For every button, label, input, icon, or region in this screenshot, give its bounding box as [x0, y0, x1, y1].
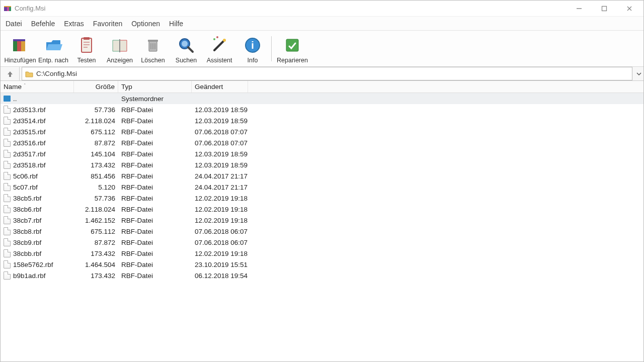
file-name: 2d3514.rbf	[13, 117, 46, 125]
file-name: 38cb8.rbf	[13, 228, 41, 235]
up-button[interactable]	[1, 67, 20, 80]
file-modified: 24.04.2017 21:17	[195, 172, 248, 180]
file-size: 675.112	[91, 128, 115, 136]
file-size: 173.432	[91, 250, 115, 257]
file-row[interactable]: 158e5762.rbf1.464.504RBF-Datei23.10.2019…	[1, 259, 643, 270]
tool-search[interactable]: Suchen	[170, 32, 203, 65]
tool-wizard[interactable]: Assistent	[203, 32, 236, 65]
menu-extras[interactable]: Extras	[64, 20, 84, 28]
file-icon	[4, 205, 11, 213]
menu-favoriten[interactable]: Favoriten	[93, 20, 122, 28]
column-headers: Name˄ Größe Typ Geändert	[1, 81, 643, 93]
file-modified: 12.03.2019 18:59	[195, 150, 248, 158]
tool-extract[interactable]: Entp. nach	[37, 32, 70, 65]
tool-label: Hinzufügen	[4, 57, 36, 64]
path-dropdown[interactable]	[634, 71, 643, 76]
file-modified: 06.12.2018 19:54	[195, 272, 248, 280]
file-size: 173.432	[91, 272, 115, 280]
tool-add[interactable]: Hinzufügen	[4, 32, 37, 65]
file-size: 851.456	[91, 172, 115, 180]
file-row[interactable]: 5c07.rbf5.120RBF-Datei24.04.2017 21:17	[1, 182, 643, 193]
svg-text:i: i	[251, 40, 254, 51]
file-icon	[4, 227, 11, 235]
file-name: 2d3515.rbf	[13, 128, 46, 136]
svg-line-26	[214, 41, 223, 50]
search-icon	[176, 35, 196, 55]
tool-label: Info	[248, 57, 258, 64]
file-type: RBF-Datei	[121, 128, 153, 136]
menu-optionen[interactable]: Optionen	[131, 20, 160, 28]
tool-label: Entp. nach	[38, 57, 68, 64]
svg-rect-3	[4, 6, 11, 7]
tool-delete[interactable]: Löschen	[136, 32, 170, 65]
svg-point-28	[213, 38, 215, 40]
col-header-size[interactable]: Größe	[74, 81, 118, 93]
file-row[interactable]: 5c06.rbf851.456RBF-Datei24.04.2017 21:17	[1, 170, 643, 182]
file-modified: 07.06.2018 06:07	[195, 228, 248, 235]
file-type: RBF-Datei	[121, 184, 153, 191]
file-type: RBF-Datei	[121, 250, 153, 257]
maximize-button[interactable]	[597, 4, 611, 14]
tool-test[interactable]: Testen	[70, 32, 103, 65]
svg-rect-5	[602, 6, 607, 11]
file-icon	[4, 128, 11, 136]
file-type: RBF-Datei	[121, 261, 153, 268]
file-type: RBF-Datei	[121, 195, 153, 202]
file-icon	[4, 172, 11, 180]
tool-repair[interactable]: Reparieren	[274, 32, 311, 65]
file-row[interactable]: 2d3513.rbf57.736RBF-Datei12.03.2019 18:5…	[1, 104, 643, 115]
parent-folder-row[interactable]: .. Systemordner	[1, 93, 643, 104]
file-row[interactable]: 38cbb.rbf173.432RBF-Datei12.02.2019 19:1…	[1, 248, 643, 259]
file-icon	[4, 117, 11, 125]
svg-line-25	[188, 47, 193, 52]
file-icon	[4, 183, 11, 191]
file-icon	[4, 139, 11, 147]
file-type: RBF-Datei	[121, 228, 153, 235]
arrow-up-icon	[6, 70, 14, 78]
file-row[interactable]: 2d3514.rbf2.118.024RBF-Datei12.03.2019 1…	[1, 115, 643, 126]
file-modified: 12.02.2019 19:18	[195, 250, 248, 257]
file-name: 158e5762.rbf	[13, 261, 53, 268]
file-row[interactable]: 38cb9.rbf87.872RBF-Datei07.06.2018 06:07	[1, 237, 643, 248]
file-icon	[4, 272, 11, 280]
tool-label: Testen	[77, 57, 96, 64]
pathbar: C:\Config.Msi	[1, 67, 643, 81]
menu-befehle[interactable]: Befehle	[31, 20, 55, 28]
file-name: 38cb7.rbf	[13, 217, 41, 224]
file-row[interactable]: b9b1ad.rbf173.432RBF-Datei06.12.2018 19:…	[1, 270, 643, 281]
file-row[interactable]: 38cb5.rbf57.736RBF-Datei12.02.2019 19:18	[1, 193, 643, 204]
file-size: 173.432	[91, 161, 115, 169]
file-modified: 24.04.2017 21:17	[195, 184, 248, 191]
svg-point-29	[216, 36, 218, 38]
tool-info[interactable]: i Info	[236, 32, 269, 65]
file-size: 1.462.152	[85, 217, 115, 224]
toolbar: Hinzufügen Entp. nach Testen Anzeigen Lö…	[1, 31, 643, 67]
col-header-modified[interactable]: Geändert	[192, 81, 248, 93]
minimize-button[interactable]	[572, 4, 586, 14]
svg-rect-32	[286, 39, 298, 51]
file-row[interactable]: 38cb7.rbf1.462.152RBF-Datei12.02.2019 19…	[1, 215, 643, 226]
file-size: 5.120	[98, 184, 115, 191]
path-field[interactable]: C:\Config.Msi	[22, 67, 632, 80]
file-size: 87.872	[95, 139, 115, 147]
file-modified: 07.06.2018 07:07	[195, 128, 248, 136]
file-row[interactable]: 2d3518.rbf173.432RBF-Datei12.03.2019 18:…	[1, 159, 643, 170]
col-header-type[interactable]: Typ	[118, 81, 192, 93]
file-row[interactable]: 2d3515.rbf675.112RBF-Datei07.06.2018 07:…	[1, 126, 643, 137]
file-modified: 12.02.2019 19:18	[195, 217, 248, 224]
file-row[interactable]: 2d3516.rbf87.872RBF-Datei07.06.2018 07:0…	[1, 137, 643, 148]
file-icon	[4, 216, 11, 224]
tool-view[interactable]: Anzeigen	[103, 32, 136, 65]
titlebar: Config.Msi	[1, 1, 643, 17]
file-list[interactable]: Name˄ Größe Typ Geändert .. Systemordner…	[1, 81, 643, 361]
file-row[interactable]: 38cb6.rbf2.118.024RBF-Datei12.02.2019 19…	[1, 204, 643, 215]
file-type: RBF-Datei	[121, 150, 153, 158]
close-button[interactable]	[622, 4, 636, 14]
file-modified: 07.06.2018 06:07	[195, 239, 248, 246]
window-title: Config.Msi	[15, 5, 45, 12]
col-header-name[interactable]: Name˄	[1, 81, 74, 93]
file-row[interactable]: 2d3517.rbf145.104RBF-Datei12.03.2019 18:…	[1, 148, 643, 159]
file-row[interactable]: 38cb8.rbf675.112RBF-Datei07.06.2018 06:0…	[1, 226, 643, 237]
menu-hilfe[interactable]: Hilfe	[169, 20, 183, 28]
menu-datei[interactable]: Datei	[6, 20, 22, 28]
